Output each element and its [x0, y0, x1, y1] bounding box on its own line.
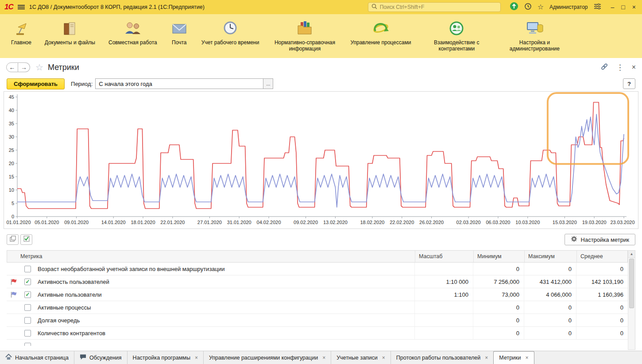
table-row[interactable]: Количество контрагентов000	[7, 327, 628, 340]
ribbon-section-label: Управление процессами	[350, 39, 411, 46]
taskbar-tab-6[interactable]: Метрики×	[493, 351, 534, 364]
maximize-button[interactable]: □	[621, 4, 625, 10]
global-search-input[interactable]: Поиск Ctrl+Shift+F	[368, 2, 501, 12]
metrics-chart[interactable]: 05101520253035404501.01.202005.01.202009…	[4, 91, 638, 229]
metric-max: 0	[524, 314, 576, 326]
taskbar-tab-2[interactable]: Настройка программы×	[128, 351, 204, 364]
people-icon	[123, 17, 143, 39]
link-icon[interactable]	[600, 63, 608, 72]
table-row[interactable]: ✓Активность пользователей1:10 0007 256,0…	[7, 275, 628, 288]
metric-checkbox[interactable]	[24, 343, 31, 346]
ribbon-section-label: Почта	[172, 39, 186, 46]
clock-icon	[221, 17, 239, 39]
svg-text:22.02.2020: 22.02.2020	[390, 220, 414, 225]
metric-min: 73,000	[473, 288, 524, 301]
table-header[interactable]: Метрика Масштаб Минимум Максимум Среднее	[7, 250, 628, 263]
ribbon-section-0[interactable]: Главное	[4, 16, 38, 46]
tab-close-icon[interactable]: ×	[485, 355, 488, 360]
metric-checkbox[interactable]	[24, 266, 31, 272]
metric-checkbox[interactable]: ✓	[24, 279, 31, 285]
command-bar: Сформировать Период: С начала этого года…	[0, 77, 642, 90]
taskbar-tab-4[interactable]: Учетные записи×	[331, 351, 391, 364]
table-row-partial[interactable]	[7, 340, 628, 346]
column-header-max[interactable]: Максимум	[524, 251, 576, 262]
table-row[interactable]: Долгая очередь000	[7, 314, 628, 327]
series-flag-icon	[7, 291, 20, 298]
period-input[interactable]: С начала этого года	[95, 78, 263, 89]
close-form-icon[interactable]: ×	[632, 64, 636, 71]
taskbar-tab-3[interactable]: Управление расширениями конфигурации×	[204, 351, 331, 364]
metric-scale: 1:10 000	[414, 275, 473, 288]
ribbon-section-label: Настройка и администрирование	[502, 39, 567, 52]
ribbon-section-label: Учет рабочего времени	[201, 39, 259, 46]
search-icon	[371, 3, 377, 11]
period-picker-button[interactable]: ...	[263, 78, 273, 89]
chart-canvas: 05101520253035404501.01.202005.01.202009…	[4, 92, 638, 228]
tab-close-icon[interactable]: ×	[195, 355, 198, 360]
svg-text:18.01.2020: 18.01.2020	[131, 220, 155, 225]
ribbon-section-5[interactable]: Нормативно-справочная информация	[266, 16, 344, 53]
tab-label: Начальная страница	[15, 355, 69, 361]
back-button[interactable]: ←	[6, 62, 18, 72]
select-all-button[interactable]	[20, 234, 32, 245]
table-row[interactable]: Активные процессы000	[7, 301, 628, 314]
table-body: Возраст необработанной учетной записи по…	[7, 263, 628, 346]
taskbar-tab-1[interactable]: Обсуждения	[74, 351, 128, 364]
close-window-button[interactable]: ×	[632, 4, 636, 10]
table-row[interactable]: ✓Активные пользователи1:10073,0004 066,0…	[7, 288, 628, 301]
process-icon	[371, 17, 391, 39]
ribbon-section-4[interactable]: Учет рабочего времени	[195, 16, 266, 46]
svg-text:5: 5	[12, 201, 14, 206]
page-title: Метрики	[48, 63, 79, 72]
current-user[interactable]: Администратор	[549, 4, 588, 10]
metric-checkbox[interactable]: ✓	[24, 291, 31, 298]
main-menu-icon[interactable]	[18, 4, 25, 10]
ribbon-section-8[interactable]: Настройка и администрирование	[495, 16, 573, 53]
generate-button[interactable]: Сформировать	[7, 78, 65, 89]
table-row[interactable]: Возраст необработанной учетной записи по…	[7, 263, 628, 275]
svg-text:22.01.2020: 22.01.2020	[160, 220, 185, 225]
taskbar-tab-0[interactable]: Начальная страница	[0, 351, 74, 364]
metric-min: 0	[473, 314, 524, 326]
column-header-metric[interactable]: Метрика	[7, 251, 415, 262]
more-actions-icon[interactable]: ⋮	[616, 64, 624, 71]
forward-button[interactable]: →	[18, 62, 30, 72]
metric-name: Активные процессы	[35, 304, 414, 311]
settings-sliders-icon[interactable]	[594, 3, 601, 12]
metrics-settings-button[interactable]: Настройка метрик	[565, 234, 635, 245]
column-header-scale[interactable]: Масштаб	[415, 251, 473, 262]
mail-icon	[170, 17, 188, 39]
metric-scale	[414, 327, 473, 339]
copy-button[interactable]	[7, 234, 19, 245]
ribbon-section-7[interactable]: Взаимодействие с контрагентами	[418, 16, 495, 53]
tab-close-icon[interactable]: ×	[382, 355, 385, 360]
service-status-icon[interactable]	[510, 2, 518, 12]
metric-name: Активность пользователей	[35, 279, 414, 285]
metric-checkbox[interactable]	[24, 330, 31, 337]
scrollbar-thumb[interactable]	[629, 259, 634, 308]
minimize-button[interactable]: –	[611, 4, 615, 10]
taskbar-tab-5[interactable]: Протокол работы пользователей×	[391, 351, 494, 364]
tab-close-icon[interactable]: ×	[526, 355, 529, 360]
partners-icon	[448, 17, 465, 39]
metric-scale	[414, 263, 473, 275]
ribbon-section-1[interactable]: Документы и файлы	[38, 16, 102, 46]
svg-text:30: 30	[9, 134, 14, 139]
favorites-icon[interactable]: ☆	[538, 4, 544, 11]
column-header-min[interactable]: Минимум	[473, 251, 524, 262]
home-icon	[5, 354, 12, 361]
table-scrollbar[interactable]: ▲	[628, 250, 635, 350]
ribbon-section-6[interactable]: Управление процессами	[344, 16, 418, 46]
help-button[interactable]: ?	[623, 78, 635, 89]
svg-text:10.03.2020: 10.03.2020	[515, 220, 540, 225]
ribbon-section-2[interactable]: Совместная работа	[102, 16, 164, 46]
ribbon-section-3[interactable]: Почта	[164, 16, 195, 46]
svg-text:14.01.2020: 14.01.2020	[101, 220, 126, 225]
metric-checkbox[interactable]	[24, 317, 31, 324]
history-icon[interactable]	[524, 3, 532, 12]
column-header-avg[interactable]: Среднее	[576, 251, 628, 262]
tab-close-icon[interactable]: ×	[322, 355, 325, 360]
favorite-star-icon[interactable]: ☆	[35, 63, 43, 72]
scroll-up-icon[interactable]: ▲	[628, 251, 635, 258]
metric-checkbox[interactable]	[24, 304, 31, 311]
